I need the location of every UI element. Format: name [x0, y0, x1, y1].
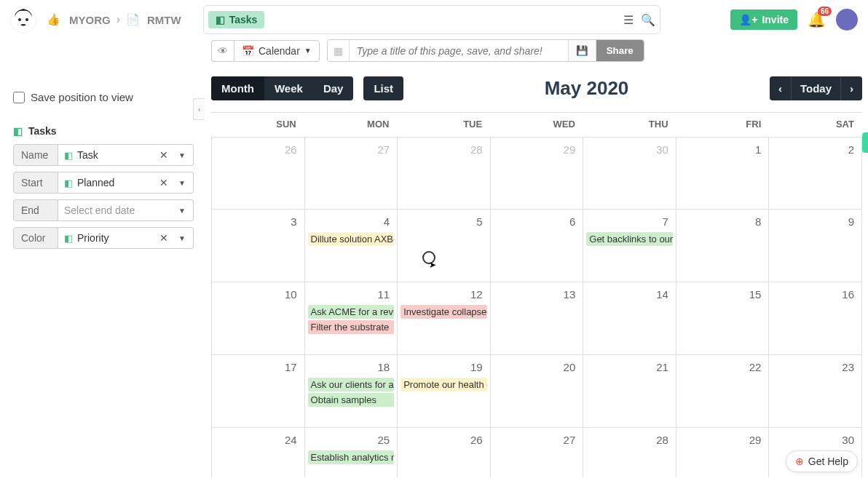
- calendar-event[interactable]: Get backlinks to our: [586, 232, 673, 246]
- day-number: 30: [770, 431, 860, 449]
- lock-button[interactable]: ▦: [328, 40, 350, 61]
- calendar-cell[interactable]: 28: [583, 428, 676, 477]
- notifications-button[interactable]: 🔔66: [808, 11, 826, 28]
- caret-down-icon[interactable]: ▼: [175, 207, 189, 215]
- day-number: 2: [770, 140, 860, 159]
- share-button[interactable]: Share: [596, 40, 644, 61]
- calendar-cell[interactable]: 23: [769, 355, 862, 428]
- clear-icon[interactable]: ✕: [157, 177, 171, 188]
- calendar-title: May 2020: [414, 77, 760, 100]
- clear-icon[interactable]: ✕: [157, 232, 171, 244]
- calendar-cell[interactable]: 4Dillute solution AXB-: [305, 210, 398, 282]
- search-icon[interactable]: 🔍: [641, 13, 655, 27]
- life-ring-icon: ⊕: [795, 456, 804, 467]
- svg-point-0: [11, 7, 36, 32]
- color-field-label: Color: [13, 227, 58, 249]
- calendar-cell[interactable]: 12Investigate collapsed: [398, 282, 491, 355]
- calendar-event[interactable]: Promote our health c: [401, 378, 487, 391]
- calendar-cell[interactable]: 22: [676, 355, 770, 428]
- calendar-event[interactable]: Obtain samples: [308, 393, 395, 407]
- next-button[interactable]: ›: [841, 76, 862, 100]
- prev-button[interactable]: ‹: [770, 76, 791, 100]
- calendar-cell[interactable]: 1: [676, 137, 770, 210]
- chevron-right-icon: ›: [117, 13, 120, 26]
- calendar-cell[interactable]: 20: [491, 355, 584, 428]
- day-number: 28: [399, 140, 489, 159]
- save-title-button[interactable]: 💾: [568, 40, 596, 61]
- save-position-checkbox[interactable]: [13, 92, 25, 103]
- calendar-cell[interactable]: 2: [769, 137, 862, 210]
- calendar-cell[interactable]: 26: [398, 428, 491, 477]
- day-number: 7: [585, 212, 674, 231]
- calendar-cell[interactable]: 17: [212, 355, 305, 428]
- user-avatar[interactable]: [836, 9, 858, 31]
- view-mode-select[interactable]: 📅 Calendar ▼: [234, 40, 320, 62]
- end-field-select[interactable]: Select end date ▼: [58, 199, 194, 221]
- calendar-cell[interactable]: 11Ask ACME for a revieFilter the substra…: [305, 282, 398, 355]
- calendar-cell[interactable]: 6: [491, 210, 584, 282]
- day-number: 10: [213, 285, 303, 303]
- svg-point-1: [18, 18, 21, 21]
- calendar-cell[interactable]: 9: [769, 210, 862, 282]
- calendar-cell[interactable]: 29: [491, 137, 584, 210]
- calendar-cell[interactable]: 5: [398, 210, 491, 282]
- calendar-cell[interactable]: 29: [676, 428, 770, 477]
- calendar-cell[interactable]: 30: [583, 137, 676, 210]
- calendar-cell[interactable]: 14: [583, 282, 676, 355]
- right-edge-tab[interactable]: [862, 132, 868, 153]
- caret-down-icon[interactable]: ▼: [175, 151, 189, 159]
- app-logo[interactable]: [10, 7, 36, 33]
- calendar-event[interactable]: Filter the substrate: [308, 320, 395, 334]
- calendar-cell[interactable]: 16: [769, 282, 862, 355]
- name-field-value: Task: [77, 149, 152, 161]
- caret-down-icon[interactable]: ▼: [175, 234, 189, 242]
- clear-icon[interactable]: ✕: [157, 149, 171, 161]
- get-help-button[interactable]: ⊕ Get Help: [786, 450, 858, 472]
- save-position-toggle[interactable]: Save position to view: [13, 91, 194, 103]
- start-field-select[interactable]: ◧ Planned ✕ ▼: [58, 172, 194, 194]
- tasks-chip[interactable]: ◧ Tasks: [208, 11, 265, 28]
- visibility-button[interactable]: 👁: [211, 40, 234, 62]
- name-field-label: Name: [13, 144, 58, 166]
- day-number: 24: [213, 431, 303, 449]
- color-field-select[interactable]: ◧ Priority ✕ ▼: [58, 227, 194, 249]
- calendar-cell[interactable]: 8: [676, 210, 770, 282]
- calendar-event[interactable]: Establish analytics m: [308, 450, 395, 464]
- breadcrumb-org[interactable]: MYORG: [69, 14, 111, 26]
- day-number: 13: [492, 285, 582, 303]
- today-button[interactable]: Today: [791, 76, 841, 100]
- tab-month[interactable]: Month: [211, 76, 264, 100]
- tasks-icon: ◧: [64, 178, 73, 188]
- calendar-event[interactable]: Dillute solution AXB-: [308, 232, 395, 246]
- list-view-icon[interactable]: ☰: [623, 13, 634, 27]
- caret-down-icon[interactable]: ▼: [175, 179, 189, 187]
- calendar-cell[interactable]: 21: [583, 355, 676, 428]
- calendar-cell[interactable]: 15: [676, 282, 770, 355]
- calendar-cell[interactable]: 7Get backlinks to our: [583, 210, 676, 282]
- calendar-cell[interactable]: 10: [212, 282, 305, 355]
- breadcrumb-project[interactable]: RMTW: [147, 14, 181, 26]
- calendar-cell[interactable]: 24: [212, 428, 305, 477]
- tab-week[interactable]: Week: [264, 76, 313, 100]
- calendar-cell[interactable]: 27: [305, 137, 398, 210]
- tab-list[interactable]: List: [363, 76, 403, 100]
- calendar-cell[interactable]: 26: [212, 137, 305, 210]
- tab-day[interactable]: Day: [313, 76, 354, 100]
- calendar-cell[interactable]: 19Promote our health c: [398, 355, 491, 428]
- calendar-cell[interactable]: 18Ask our clients for aObtain samples: [305, 355, 398, 428]
- calendar-event[interactable]: Ask ACME for a revie: [308, 305, 395, 319]
- calendar-cell[interactable]: 25Establish analytics m: [305, 428, 398, 477]
- calendar-cell[interactable]: 28: [398, 137, 491, 210]
- page-title-input[interactable]: [350, 40, 568, 61]
- collapse-sidebar-button[interactable]: ‹: [193, 98, 205, 120]
- calendar-event[interactable]: Investigate collapsed: [401, 305, 487, 319]
- invite-button[interactable]: 👤+ Invite: [730, 9, 797, 30]
- calendar-event[interactable]: Ask our clients for a: [308, 378, 395, 391]
- day-number: 29: [492, 140, 582, 159]
- tasks-chip-label: Tasks: [229, 14, 258, 25]
- calendar-cell[interactable]: 27: [491, 428, 584, 477]
- name-field-select[interactable]: ◧ Task ✕ ▼: [58, 144, 194, 166]
- calendar-cell[interactable]: 3: [212, 210, 305, 282]
- tasks-icon: ◧: [13, 125, 23, 137]
- calendar-cell[interactable]: 13: [491, 282, 584, 355]
